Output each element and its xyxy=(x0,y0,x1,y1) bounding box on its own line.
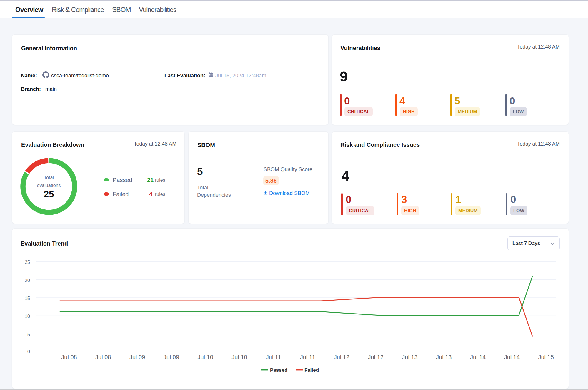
svg-text:Jul 14: Jul 14 xyxy=(470,354,486,360)
svg-text:Jul 13: Jul 13 xyxy=(436,354,452,360)
svg-text:Jul 14: Jul 14 xyxy=(504,354,520,360)
svg-text:0: 0 xyxy=(27,349,30,354)
svg-text:5: 5 xyxy=(27,332,30,337)
svg-text:Jul 11: Jul 11 xyxy=(266,354,281,360)
svg-text:Jul 09: Jul 09 xyxy=(129,354,145,360)
svg-text:Jul 12: Jul 12 xyxy=(368,354,384,360)
svg-text:Jul 13: Jul 13 xyxy=(402,354,417,360)
svg-text:Jul 10: Jul 10 xyxy=(231,354,247,360)
svg-text:25: 25 xyxy=(25,260,30,265)
svg-text:10: 10 xyxy=(25,314,30,319)
svg-text:Jul 10: Jul 10 xyxy=(198,354,213,360)
svg-text:Passed: Passed xyxy=(270,367,288,373)
svg-text:Jul 12: Jul 12 xyxy=(334,354,349,360)
svg-text:20: 20 xyxy=(25,278,30,283)
svg-text:15: 15 xyxy=(25,296,30,301)
svg-text:Jul 11: Jul 11 xyxy=(300,354,315,360)
svg-text:Jul 15: Jul 15 xyxy=(538,354,554,360)
svg-text:Jul 08: Jul 08 xyxy=(95,354,111,360)
svg-text:Failed: Failed xyxy=(304,367,319,373)
svg-text:Jul 09: Jul 09 xyxy=(164,354,179,360)
svg-text:Jul 08: Jul 08 xyxy=(61,354,77,360)
